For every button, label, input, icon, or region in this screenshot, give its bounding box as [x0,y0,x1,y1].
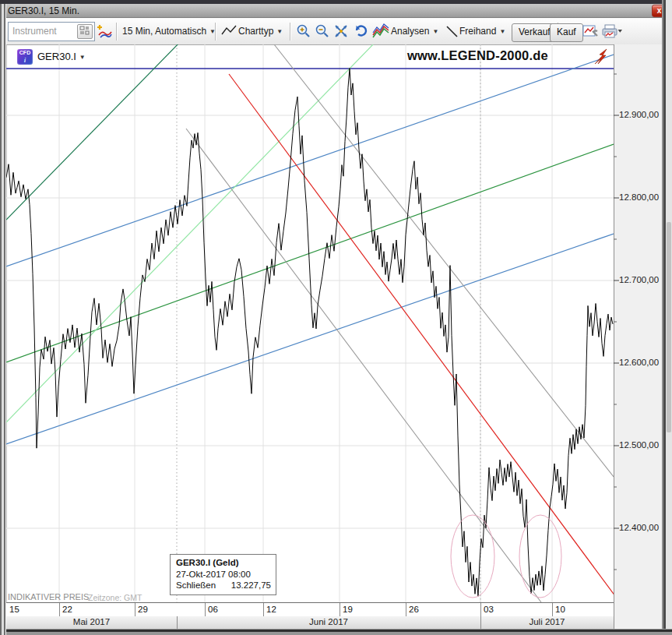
symbol-dropdown[interactable]: GER30.I▼ [37,51,86,62]
highlight-ellipse [451,515,494,598]
price-axis-label: 12.700,00 [619,275,659,284]
watermark-brand: www.LEGEND-2000.de [407,48,548,63]
date-label: 10 [555,605,565,614]
date-cell-border [135,603,135,616]
date-label: 29 [138,605,148,614]
lightning-arrow-icon [593,48,614,66]
window-border [0,632,672,635]
price-axis-label: 12.900,00 [619,110,659,119]
month-axis-row: Mai 2017Juni 2017Juli 2017 [6,616,614,630]
trend-gray-down-1 [186,129,541,602]
price-tooltip: GER30.I (Geld) 27-Okt-2017 08:00 Schließ… [170,554,276,595]
cfd-instrument-icon: CFDi [17,49,33,65]
date-label: 19 [343,605,353,614]
channel-blue-lower [6,234,614,444]
window-border [0,4,6,635]
trend-green-shallow [6,144,614,362]
channel-blue-upper [6,55,614,266]
tooltip-close-label: Schließen [176,580,216,591]
date-label: 26 [409,605,419,614]
month-label: Mai 2017 [6,617,177,626]
timezone-note: Zeitzone: GMT [88,593,142,602]
trend-lightgreen [6,42,375,422]
date-cell-border [480,603,481,616]
price-axis-label: 12.800,00 [619,192,659,202]
date-label: 03 [484,605,494,614]
chart-canvas [0,0,672,635]
trend-gray-down-2 [274,44,614,477]
price-axis-label: 12.500,00 [619,440,659,450]
date-cell-border [205,603,206,616]
indicative-price-note: INDIKATIVER PREIS [8,592,89,601]
date-label: 06 [208,605,218,614]
trend-red-down [229,74,615,596]
tooltip-datetime: 27-Okt-2017 08:00 [176,569,271,580]
chevron-down-icon: ▼ [79,54,86,61]
tooltip-title: GER30.I (Geld) [176,557,271,569]
month-label: Juli 2017 [480,617,614,626]
month-label: Juni 2017 [177,617,480,626]
price-line [6,68,613,596]
tooltip-close-value: 13.227,75 [231,580,271,591]
date-axis-row: 152229061219260310 [6,602,614,617]
date-label: 22 [62,605,72,614]
price-axis-label: 12.400,00 [619,523,659,532]
chart-window: GER30.I, 15 Min. x Instrument 15 Min, Au… [0,0,672,635]
date-label: 15 [9,605,19,614]
trend-green-steep [6,38,184,220]
date-cell-border [552,603,553,616]
date-cell-border [340,603,340,616]
date-cell-border [263,603,264,616]
price-axis-label: 12.600,00 [619,358,659,367]
date-cell-border [406,603,406,616]
date-label: 12 [266,605,276,614]
date-cell-border [59,603,60,616]
scrollbar-thumb[interactable] [667,222,671,432]
